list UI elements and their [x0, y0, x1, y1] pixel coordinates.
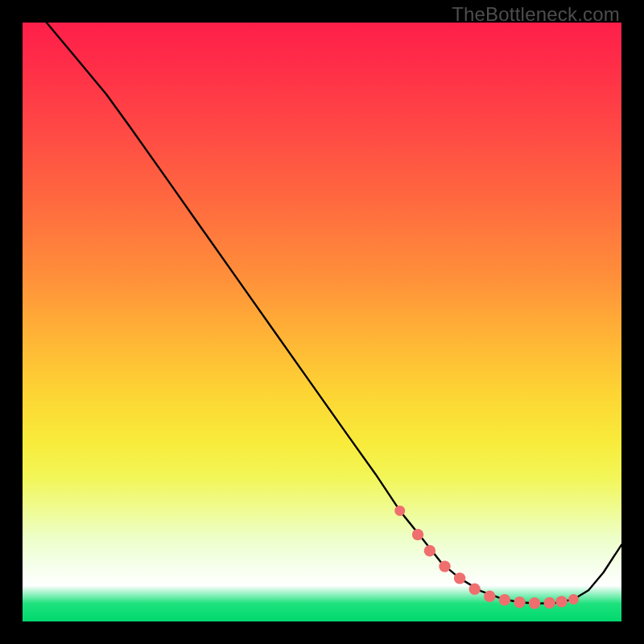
gradient-plot-area — [23, 23, 621, 621]
highlight-dot — [439, 560, 450, 572]
chart-frame: TheBottleneck.com — [0, 0, 644, 644]
highlight-dot — [544, 597, 555, 609]
highlight-dot — [499, 594, 510, 605]
highlight-dot — [412, 529, 423, 540]
highlight-dot — [514, 597, 525, 608]
highlight-dot — [469, 584, 481, 595]
highlight-dot — [484, 591, 495, 602]
curve-svg — [23, 23, 621, 621]
highlight-dot — [555, 596, 567, 607]
highlight-dots — [394, 506, 579, 609]
highlight-dot — [394, 506, 405, 516]
bottleneck-curve — [47, 23, 621, 604]
highlight-dot — [529, 597, 540, 609]
highlight-dot — [454, 572, 465, 584]
highlight-dot — [424, 545, 436, 556]
highlight-dot — [568, 594, 579, 605]
